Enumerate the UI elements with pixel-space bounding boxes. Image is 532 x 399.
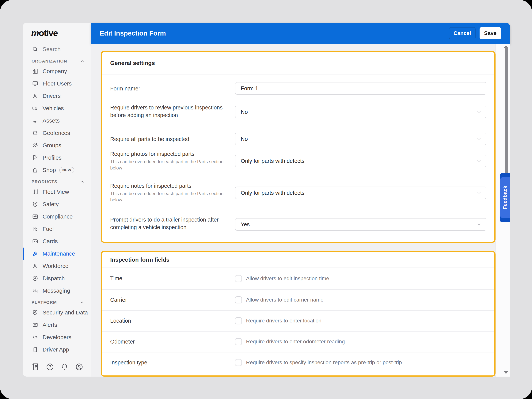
chevron-down-icon [476, 158, 482, 164]
trailer-icon [32, 117, 38, 124]
shopping-bag-icon [32, 167, 38, 173]
cancel-button[interactable]: Cancel [449, 27, 475, 39]
sidebar: motive Search ORGANIZATION Company Fleet… [23, 23, 91, 377]
app-window: motive Search ORGANIZATION Company Fleet… [0, 0, 532, 399]
scrollbar-thumb[interactable] [505, 47, 508, 173]
notes-helper-text: This can be overridden for each part in … [110, 190, 228, 203]
sidebar-item-groups[interactable]: Groups [23, 140, 91, 151]
sidebar-item-messaging[interactable]: Messaging [23, 285, 91, 296]
truck-icon [32, 105, 38, 112]
bell-icon[interactable] [60, 362, 69, 371]
location-row: Location Require drivers to enter locati… [102, 310, 494, 331]
inspection-form-fields-card: Inspection form fields Time Allow driver… [101, 251, 495, 377]
sidebar-item-cards[interactable]: Cards [23, 236, 91, 247]
odometer-checkbox[interactable] [235, 338, 242, 345]
sidebar-item-assets[interactable]: Assets [23, 115, 91, 126]
person-icon [32, 263, 38, 269]
chevron-down-icon [476, 222, 482, 227]
chevron-down-icon [476, 190, 482, 196]
shield-icon [32, 201, 38, 208]
chevron-up-icon [80, 59, 85, 64]
chevron-down-icon [476, 136, 482, 142]
sidebar-item-vehicles[interactable]: Vehicles [23, 103, 91, 114]
code-icon [32, 334, 38, 341]
shield-lock-icon [32, 309, 38, 316]
alert-card-icon [32, 322, 38, 328]
sidebar-footer [23, 361, 91, 374]
section-platform[interactable]: PLATFORM [23, 297, 91, 308]
location-checkbox[interactable] [235, 317, 242, 324]
sidebar-item-fleet-users[interactable]: Fleet Users [23, 78, 91, 89]
sidebar-item-company[interactable]: Company [23, 66, 91, 77]
guide-book-icon[interactable] [31, 362, 40, 371]
sidebar-item-developers[interactable]: Developers [23, 332, 91, 343]
sidebar-item-driver-app[interactable]: Driver App [23, 344, 91, 355]
sidebar-item-maintenance[interactable]: Maintenance [23, 248, 91, 259]
inspection-type-row: Inspection type Require drivers to speci… [102, 352, 494, 373]
sidebar-item-compliance[interactable]: Compliance [23, 211, 91, 222]
sidebar-search[interactable]: Search [23, 44, 91, 55]
chevron-up-icon [80, 300, 85, 305]
time-checkbox[interactable] [235, 275, 242, 282]
sidebar-item-dispatch[interactable]: Dispatch [23, 273, 91, 284]
save-button[interactable]: Save [480, 27, 501, 39]
monitor-icon [32, 80, 38, 87]
sidebar-item-workforce[interactable]: Workforce [23, 260, 91, 272]
all-parts-select[interactable]: No [235, 133, 486, 145]
general-settings-title: General settings [110, 52, 155, 74]
chevron-up-icon [80, 179, 85, 184]
inspection-type-checkbox[interactable] [235, 359, 242, 366]
chevron-down-icon [476, 109, 482, 115]
sidebar-item-safety[interactable]: Safety [23, 199, 91, 210]
form-name-input[interactable] [235, 82, 486, 95]
new-badge: NEW [59, 167, 74, 173]
sidebar-item-drivers[interactable]: Drivers [23, 90, 91, 102]
main-content: General settings Form name* Require driv… [91, 44, 510, 377]
people-icon [32, 142, 38, 149]
trailer-prompt-label: Prompt drivers to do a trailer inspectio… [110, 216, 230, 231]
all-parts-label: Require all parts to be inspected [110, 135, 230, 143]
feedback-tab[interactable]: Feedback [500, 173, 510, 222]
page-title: Edit Inspection Form [100, 23, 166, 44]
chart-document-icon [32, 213, 38, 220]
section-products[interactable]: PRODUCTS [23, 176, 91, 188]
sidebar-item-profiles[interactable]: Profiles [23, 152, 91, 163]
search-icon [32, 46, 38, 52]
sidebar-item-fuel[interactable]: Fuel [23, 223, 91, 235]
row-divider [102, 373, 494, 373]
geofence-polygon-icon [32, 130, 38, 136]
carrier-row: Carrier Allow drivers to edit carrier na… [102, 289, 494, 310]
sidebar-item-alerts[interactable]: Alerts [23, 319, 91, 331]
person-icon [32, 93, 38, 99]
sidebar-item-geofences[interactable]: Geofences [23, 127, 91, 139]
review-previous-select[interactable]: No [235, 106, 486, 118]
wrench-icon [32, 250, 38, 257]
chat-icon [32, 287, 38, 294]
credit-card-icon [32, 238, 38, 245]
scroll-down-arrow[interactable] [503, 371, 509, 374]
sidebar-item-fleet-view[interactable]: Fleet View [23, 186, 91, 198]
time-row: Time Allow drivers to edit inspection ti… [102, 267, 494, 289]
notes-select[interactable]: Only for parts with defects [235, 187, 486, 199]
compass-icon [32, 275, 38, 282]
map-icon [32, 189, 38, 195]
general-settings-card: General settings Form name* Require driv… [101, 51, 495, 243]
help-icon[interactable] [46, 362, 54, 371]
account-icon[interactable] [75, 362, 84, 371]
notes-label: Require notes for inspected parts [110, 182, 230, 190]
section-organization[interactable]: ORGANIZATION [23, 56, 91, 67]
logo-text: otive [39, 28, 58, 38]
phone-icon [32, 346, 38, 353]
sidebar-item-security-and-data[interactable]: Security and Data [23, 307, 91, 318]
page-header: Edit Inspection Form Cancel Save [91, 23, 510, 44]
review-previous-label: Require drivers to review previous inspe… [110, 104, 230, 119]
trailer-prompt-select[interactable]: Yes [235, 218, 486, 231]
carrier-checkbox[interactable] [235, 296, 242, 303]
active-item-indicator [23, 247, 24, 260]
sidebar-footer-divider [23, 355, 91, 355]
sidebar-item-shop[interactable]: Shop NEW [23, 164, 91, 176]
odometer-row: Odometer Require drivers to enter odomet… [102, 331, 494, 352]
photos-select[interactable]: Only for parts with defects [235, 155, 486, 167]
document-gear-icon [32, 154, 38, 161]
form-name-label: Form name* [110, 85, 230, 92]
